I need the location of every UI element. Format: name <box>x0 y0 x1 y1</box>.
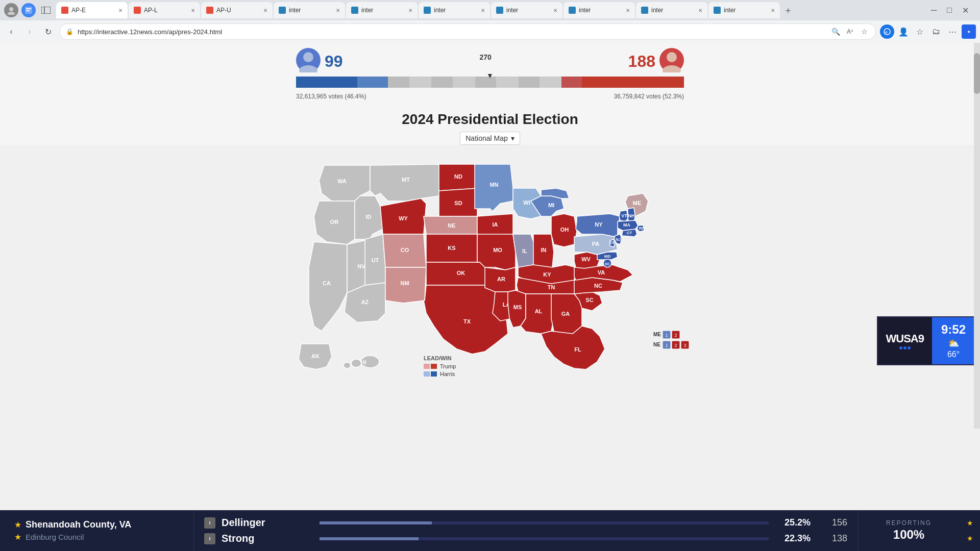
read-mode-icon[interactable]: Aˢ <box>845 27 855 37</box>
svg-text:KY: KY <box>543 271 551 278</box>
svg-text:ID: ID <box>366 214 372 220</box>
weather-box: 9:52 ⛅ 66° <box>932 317 975 364</box>
tab-close-6[interactable]: ✕ <box>481 8 485 13</box>
tab-ap-u[interactable]: AP-U ✕ <box>201 2 273 18</box>
collections-icon[interactable]: 🗂 <box>929 24 943 39</box>
dem-bar-likely <box>357 77 388 88</box>
tab-close-10[interactable]: ✕ <box>771 8 775 13</box>
chevron-down-icon: ▾ <box>511 134 514 142</box>
svg-point-1 <box>8 12 15 15</box>
lock-icon: 🔒 <box>66 28 74 35</box>
candidate2-name: Strong <box>222 533 313 544</box>
tab-favicon <box>61 7 68 14</box>
forward-button[interactable]: › <box>22 24 37 39</box>
address-bar[interactable]: 🔒 https://interactive.12news.com/ap/pres… <box>59 23 876 40</box>
me-ne-boxes: ME 1 2 NE 1 2 3 <box>653 331 689 349</box>
tab-label-ap-e: AP-E <box>71 7 86 14</box>
tab-label-inter-1: inter <box>289 7 301 14</box>
tab-close-7[interactable]: ✕ <box>553 8 557 13</box>
svg-text:OK: OK <box>457 270 465 276</box>
tab-close-3[interactable]: ✕ <box>263 8 267 13</box>
svg-text:UT: UT <box>372 257 379 263</box>
state-mn[interactable] <box>475 164 513 211</box>
svg-text:✦: ✦ <box>967 29 971 35</box>
favorites-icon[interactable]: ☆ <box>913 24 927 39</box>
tab-close-2[interactable]: ✕ <box>191 8 195 13</box>
svg-text:WV: WV <box>581 256 591 262</box>
scrollbar[interactable] <box>974 43 980 429</box>
svg-text:NJ: NJ <box>616 237 621 242</box>
bookmark-icon[interactable]: ☆ <box>859 27 869 37</box>
reload-button[interactable]: ↻ <box>41 24 55 39</box>
svg-text:MN: MN <box>489 182 498 188</box>
sidebar-icon[interactable] <box>39 3 53 17</box>
svg-text:IL: IL <box>522 248 527 254</box>
svg-text:NE: NE <box>448 222 455 229</box>
tab-close-ap-e[interactable]: ✕ <box>118 8 122 13</box>
tab-close-4[interactable]: ✕ <box>336 8 340 13</box>
svg-text:AZ: AZ <box>361 299 369 305</box>
svg-point-15 <box>667 52 677 62</box>
state-ca[interactable] <box>309 242 347 331</box>
svg-text:ME: ME <box>653 332 661 337</box>
tab-close-9[interactable]: ✕ <box>698 8 702 13</box>
profile-menu-icon[interactable]: 👤 <box>896 24 911 39</box>
rep-bar-likely <box>561 77 582 88</box>
close-area[interactable]: ✕ <box>959 4 972 17</box>
copilot-icon[interactable]: ✦ <box>962 24 976 39</box>
tab-inter-5[interactable]: inter ✕ <box>564 2 635 18</box>
tab-favicon-2 <box>134 7 141 14</box>
tab-ap-e[interactable]: AP-E ✕ <box>56 2 128 18</box>
tab-inter-3[interactable]: inter ✕ <box>419 2 490 18</box>
tab-inter-2[interactable]: inter ✕ <box>346 2 418 18</box>
user-avatar[interactable] <box>4 3 18 17</box>
tab-inter-1[interactable]: inter ✕ <box>274 2 345 18</box>
svg-text:MA: MA <box>623 222 630 228</box>
legend-title: LEAD/WIN <box>424 355 456 361</box>
tab-close-8[interactable]: ✕ <box>626 8 630 13</box>
map-selector[interactable]: National Map ▾ <box>460 132 520 145</box>
state-hi-2 <box>351 359 361 367</box>
tab-label-inter-6: inter <box>651 7 663 14</box>
svg-text:WI: WI <box>523 199 530 206</box>
back-button[interactable]: ‹ <box>4 24 18 39</box>
svg-text:OR: OR <box>330 219 339 225</box>
search-icon[interactable]: 🔍 <box>830 27 841 37</box>
minimize-area[interactable]: ─ <box>928 4 940 17</box>
candidate2-bar-bg <box>320 537 769 540</box>
svg-text:NH: NH <box>628 213 635 218</box>
tab-inter-7[interactable]: inter ✕ <box>708 2 780 18</box>
rep-ec-votes: 188 <box>628 52 655 71</box>
svg-text:2: 2 <box>674 343 677 348</box>
election-title: 2024 Presidential Election <box>402 111 578 128</box>
new-tab-button[interactable]: ＋ <box>781 3 795 17</box>
temp-display: 66° <box>947 350 960 359</box>
wusa9-logo-area: WUSA9 <box>878 317 932 364</box>
tab-inter-4[interactable]: inter ✕ <box>491 2 562 18</box>
svg-text:DE: DE <box>609 240 616 245</box>
dem-ec-votes: 99 <box>325 52 343 71</box>
restore-area[interactable]: □ <box>944 4 955 17</box>
state-mt[interactable] <box>370 164 442 201</box>
rep-vote-count: 36,759,842 votes (52.3%) <box>614 93 684 100</box>
rep-avatar <box>659 48 684 74</box>
profile-icon[interactable] <box>21 3 36 17</box>
svg-text:AR: AR <box>497 276 505 282</box>
svg-text:e: e <box>885 30 888 35</box>
svg-text:MD: MD <box>604 254 611 259</box>
legend-trump: Trump <box>424 363 456 369</box>
tab-favicon-9 <box>641 7 648 14</box>
candidate2-votes: 138 <box>817 533 847 544</box>
legend: LEAD/WIN Trump Harris <box>424 355 456 377</box>
tab-ap-l[interactable]: AP-L ✕ <box>129 2 200 18</box>
map-selector-label: National Map <box>465 134 508 142</box>
svg-text:RI: RI <box>639 226 643 231</box>
browser-settings-icon[interactable]: ⋯ <box>945 24 960 39</box>
threshold-label: 270 <box>479 53 491 61</box>
extensions-icon[interactable]: e <box>880 24 894 39</box>
tab-inter-6[interactable]: inter ✕ <box>636 2 707 18</box>
tab-close-5[interactable]: ✕ <box>408 8 412 13</box>
scroll-thumb[interactable] <box>974 53 980 94</box>
bottom-ticker-bar: ★ Shenandoah County, VA ★ Edinburg Counc… <box>0 510 980 551</box>
vote-bar-section: 99 270 188 <box>286 48 694 105</box>
